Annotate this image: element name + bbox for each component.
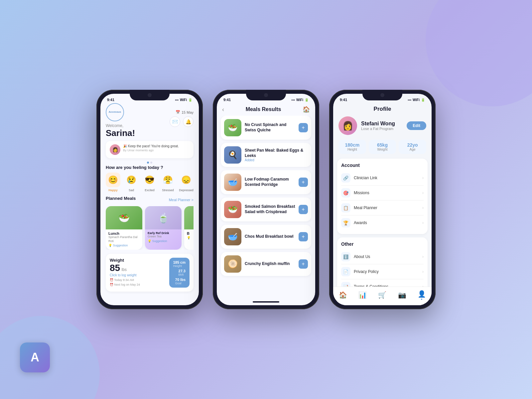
height-value: 180cm (341, 142, 363, 148)
menu-meal-planner[interactable]: 📋 Meal Planner › (341, 200, 424, 215)
nav-home[interactable]: 🏠 (339, 291, 347, 299)
meal-thumb-5: 🥣 (224, 228, 241, 245)
camera-3 (380, 93, 384, 97)
wifi-icon-3: WiFi (413, 98, 420, 102)
meal-item-5: 🥣 Chos Mud Breakfast bowl + (221, 225, 311, 249)
mood-depressed[interactable]: 😞 Depressed (179, 173, 194, 192)
edit-profile-button[interactable]: Edit (407, 121, 426, 130)
phones-container: 9:41 ▪▪▪ WiFi 🔋 Accessus 📅 15 May (96, 90, 436, 309)
back-button[interactable]: ‹ (222, 106, 224, 113)
stat-age: 22yo Age (399, 140, 426, 154)
weight-next: ⏰ Next log on May 24 (110, 283, 169, 286)
nav-stats[interactable]: 📊 (358, 291, 367, 299)
bg-decoration-bottom (0, 316, 100, 399)
meal-add-btn-4[interactable]: + (299, 205, 308, 214)
home-content: Accessus 📅 15 May Welcome, Sarina! ✉️ 🔔 (100, 103, 199, 299)
motivation-by: By Umar moments ago (123, 149, 179, 152)
meal-card-lunch[interactable]: 🥗 Lunch Spinach Parantha Dal Roti 💡 Sugg… (106, 206, 142, 250)
dot-2 (150, 162, 152, 164)
lunch-image: 🥗 (106, 206, 142, 229)
excited-label: Excited (145, 189, 155, 192)
clinician-chevron: › (422, 176, 424, 180)
nav-camera[interactable]: 📷 (398, 291, 406, 299)
menu-clinician-link[interactable]: 🔗 Clinician Link › (341, 171, 424, 186)
user-name: Sarina! (106, 128, 194, 138)
nav-profile[interactable]: 👤 (418, 290, 426, 300)
status-icons-3: ▪▪▪ WiFi 🔋 (408, 98, 425, 102)
meal-planner-chevron: › (422, 205, 424, 210)
meal-planner-label: Meal Planner (354, 205, 419, 210)
meal-add-btn-3[interactable]: + (299, 178, 308, 187)
happy-label: Happy (108, 189, 118, 192)
breakfast-type: B (187, 231, 194, 235)
mood-section-title: How are you feeling today ? (106, 165, 194, 170)
phone-notch-1 (130, 90, 170, 100)
breakfast-info: B 💡 (184, 229, 194, 242)
awards-icon: 🏆 (341, 218, 350, 227)
height-label: Height (341, 148, 363, 151)
nav-cart[interactable]: 🛒 (378, 291, 386, 299)
happy-emoji: 😊 (106, 173, 120, 187)
meal-card-breakfast[interactable]: 🥞 B 💡 (184, 206, 194, 250)
meal-info-3: Low Fodmap Caramom Scented Porridge (245, 177, 295, 187)
depressed-label: Depressed (179, 189, 194, 192)
mail-button[interactable]: ✉️ (170, 116, 180, 127)
meal-thumb-4: 🥗 (224, 201, 241, 218)
battery-icon-2: 🔋 (305, 98, 309, 102)
home-screen: 9:41 ▪▪▪ WiFi 🔋 Accessus 📅 15 May (100, 94, 199, 305)
menu-missions[interactable]: 🎯 Missions › (341, 186, 424, 200)
meal-planner-link[interactable]: Meal Planner > (169, 198, 194, 202)
meals-title: Meals Results (246, 106, 281, 112)
battery-icon-3: 🔋 (421, 98, 425, 102)
date-text: 15 May (182, 110, 194, 114)
stat-weight: 65kg Weight (369, 140, 396, 154)
weight-info: Weight 85 lbs Click to log weight ⏰ Toda… (110, 258, 169, 288)
user-display-name: Stefani Wong (361, 121, 403, 127)
mood-excited[interactable]: 😎 Excited (142, 173, 157, 192)
menu-awards[interactable]: 🏆 Awards › (341, 215, 424, 230)
phone-notch-2 (246, 90, 286, 100)
weight-today: ⏰ Today 8:34 AM (110, 278, 169, 282)
weight-unit: lbs (122, 267, 127, 272)
clinician-label: Clinician Link (354, 176, 419, 180)
menu-about-us[interactable]: ℹ️ About Us › (341, 249, 424, 264)
meal-item-1: 🥗 No Crust Spinach and Swiss Quiche + (221, 116, 311, 140)
clinician-icon: 🔗 (341, 173, 350, 183)
weight-log-link[interactable]: Click to log weight (110, 273, 169, 277)
stat-bmi: 27.3 BMI (179, 269, 186, 276)
meal-add-btn-5[interactable]: + (299, 232, 308, 241)
planned-meals-header: Planned Meals Meal Planner > (106, 196, 194, 203)
home-nav-button[interactable]: 🏠 (303, 106, 310, 113)
lunch-info: Lunch Spinach Parantha Dal Roti 💡 Sugges… (106, 229, 142, 250)
age-value: 22yo (401, 142, 424, 148)
meals-header: ‹ Meals Results 🏠 (217, 103, 315, 116)
meal-add-btn-6[interactable]: + (299, 259, 308, 269)
meal-card-tea[interactable]: 🍵 Early Ref Drink Green Tea 💡 Suggestion (145, 206, 182, 250)
tea-image: 🍵 (145, 206, 182, 229)
missions-chevron: › (422, 191, 424, 195)
meal-info-6: Crunchy English muffin (245, 261, 295, 267)
user-avatar: 👩 (338, 116, 357, 135)
bottom-nav: 🏠 📊 🛒 📷 👤 (333, 287, 432, 305)
phone-profile: 9:41 ▪▪▪ WiFi 🔋 Profile 👩 Stefani Wong L… (329, 90, 436, 309)
mood-sad[interactable]: 😢 Sad (124, 173, 139, 192)
planned-meals-title: Planned Meals (106, 196, 136, 201)
meal-info-2: Sheet Pan Meal: Baked Eggs & Leeks Added (245, 148, 308, 162)
meal-name-5: Chos Mud Breakfast bowl (245, 234, 295, 239)
app-logo: Accessus (106, 103, 124, 121)
meal-add-btn-1[interactable]: + (299, 123, 308, 132)
signal-icon-2: ▪▪▪ (291, 98, 295, 102)
meal-item-2: 🍳 Sheet Pan Meal: Baked Eggs & Leeks Add… (221, 143, 311, 167)
mood-stressed[interactable]: 😤 Stressed (161, 173, 175, 192)
app-icon-letter: A (31, 350, 39, 364)
stat-height: 180cm Height (338, 140, 366, 154)
lunch-name: Spinach Parantha Dal Roti (108, 235, 140, 243)
stressed-emoji: 😤 (161, 173, 175, 187)
awards-chevron: › (422, 220, 424, 225)
motivation-content: 🎉 Keep the pace! You're doing great. By … (123, 144, 179, 152)
camera-1 (148, 93, 152, 97)
mood-happy[interactable]: 😊 Happy (106, 173, 120, 192)
notification-button[interactable]: 🔔 (183, 116, 194, 127)
sad-emoji: 😢 (124, 173, 139, 187)
menu-privacy[interactable]: 📄 Privacy Policy › (341, 264, 424, 279)
